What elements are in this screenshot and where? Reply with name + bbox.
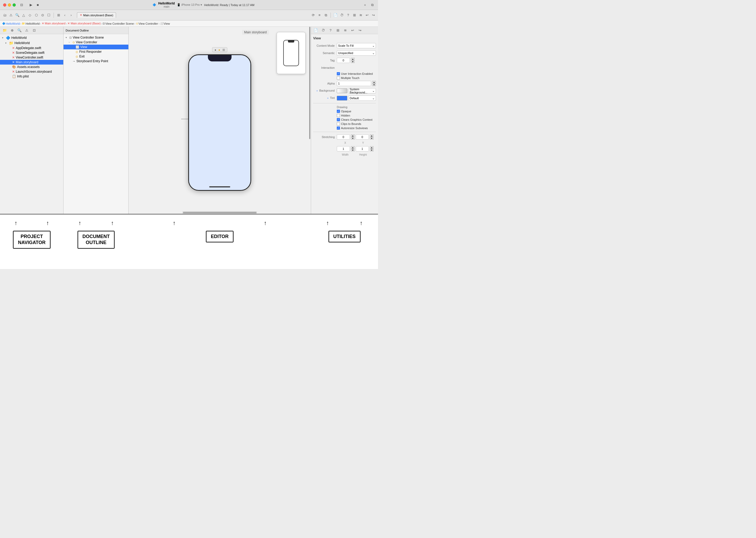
nav-icon-1[interactable]: 🗂 bbox=[2, 13, 7, 18]
vertical-scrollbar[interactable] bbox=[309, 27, 311, 214]
list-item[interactable]: 📋 Info.plist bbox=[0, 74, 63, 79]
main-storyboard-tab[interactable]: ✕ Main.storyboard (Base) bbox=[77, 12, 116, 18]
util-tab-2[interactable]: ⏱ bbox=[320, 28, 326, 33]
list-item[interactable]: ◎ Exit bbox=[64, 54, 128, 59]
util-icon-6[interactable]: ↩ bbox=[364, 13, 370, 18]
tree-item-group[interactable]: ▾ 📁 HelloWorld bbox=[0, 40, 63, 46]
v-scroll-thumb[interactable] bbox=[309, 27, 310, 139]
add-button[interactable]: ＋ bbox=[362, 2, 367, 8]
stretch-y-stepper[interactable]: ▲ ▼ bbox=[370, 134, 374, 139]
minimize-button[interactable] bbox=[8, 3, 11, 7]
list-item[interactable]: ✕ Main.storyboard bbox=[0, 60, 63, 65]
editor-area[interactable]: Main storyboard › ● ● ▦ bbox=[129, 27, 311, 214]
util-icon-2[interactable]: ⏱ bbox=[339, 13, 345, 18]
list-item[interactable]: ✕ SceneDelegate.swift bbox=[0, 50, 63, 55]
back-nav[interactable]: ‹ bbox=[62, 13, 68, 18]
util-icon-1[interactable]: 📄 bbox=[333, 13, 338, 18]
list-item[interactable]: ⬜ View bbox=[64, 45, 128, 49]
opaque-checkbox[interactable] bbox=[337, 110, 340, 113]
width-stepper[interactable]: ▲ ▼ bbox=[351, 146, 354, 151]
search-icon[interactable]: 🔍 bbox=[17, 28, 22, 33]
semantic-select[interactable]: Unspecified ⌄ bbox=[337, 50, 376, 56]
forward-nav[interactable]: › bbox=[69, 13, 74, 18]
layout-toggle-icon[interactable]: ⊞ bbox=[56, 13, 61, 18]
maximize-button[interactable] bbox=[13, 3, 16, 7]
list-item[interactable]: › ⊙ View Controller bbox=[64, 40, 128, 45]
refresh-icon[interactable]: ⟳ bbox=[310, 13, 316, 18]
tree-item-root[interactable]: ▾ 🔷 HelloWorld bbox=[0, 35, 63, 40]
alpha-stepper-down[interactable]: ▼ bbox=[372, 83, 376, 86]
breadcrumb-item-1[interactable]: 🔷 HelloWorld bbox=[2, 22, 20, 25]
nav-icon-6[interactable]: ⬡ bbox=[33, 13, 39, 18]
breadcrumb-item-6[interactable]: ⊙ View Controller bbox=[136, 22, 158, 25]
split-icon[interactable]: ⧉ bbox=[323, 13, 328, 18]
stretch-y-input[interactable]: 0 bbox=[356, 134, 369, 139]
bg-select[interactable]: System Background... ⌄ bbox=[348, 88, 376, 93]
content-mode-select[interactable]: Scale To Fill ⌄ bbox=[337, 43, 376, 48]
sy-down[interactable]: ▼ bbox=[370, 137, 374, 139]
tag-stepper-up[interactable]: ▲ bbox=[351, 58, 354, 60]
tint-swatch[interactable] bbox=[337, 96, 347, 100]
tint-select[interactable]: Default ⌄ bbox=[348, 95, 376, 101]
w-up[interactable]: ▲ bbox=[351, 146, 354, 149]
list-item[interactable]: ✕ LaunchScreen.storyboard bbox=[0, 69, 63, 74]
breadcrumb-item-5[interactable]: ⊡ View Controller Scene bbox=[103, 22, 134, 25]
autoresize-checkbox[interactable] bbox=[337, 127, 340, 130]
bg-swatch[interactable] bbox=[337, 88, 347, 93]
h-up[interactable]: ▲ bbox=[370, 146, 374, 149]
util-tab-7[interactable]: ↪ bbox=[357, 28, 362, 33]
iphone-frame[interactable] bbox=[188, 54, 251, 191]
util-icon-7[interactable]: ↪ bbox=[371, 13, 376, 18]
control-icon-2[interactable]: ● bbox=[218, 48, 220, 51]
width-input[interactable]: 1 bbox=[337, 146, 350, 151]
tag-stepper[interactable]: ▲ ▼ bbox=[351, 58, 354, 63]
filter-icon[interactable]: ⊡ bbox=[31, 28, 37, 33]
hidden-checkbox[interactable] bbox=[337, 114, 340, 117]
breadcrumb-item-7[interactable]: ⬜ View bbox=[160, 22, 170, 25]
nav-icon-4[interactable]: △ bbox=[21, 13, 26, 18]
device-selector[interactable]: 📱 iPhone 13 Pro ▾ bbox=[177, 3, 202, 7]
list-item[interactable]: ✕ ViewController.swift bbox=[0, 55, 63, 60]
git-icon[interactable]: ⊕ bbox=[10, 28, 15, 33]
list-item[interactable]: ◎ First Responder bbox=[64, 49, 128, 54]
breadcrumb-item-4[interactable]: ✕ Main.storyboard (Base) bbox=[68, 22, 100, 25]
alpha-stepper-up[interactable]: ▲ bbox=[372, 81, 376, 83]
util-tab-5[interactable]: ≋ bbox=[343, 28, 348, 33]
nav-icon-8[interactable]: ☐ bbox=[46, 13, 51, 18]
sy-up[interactable]: ▲ bbox=[370, 134, 374, 137]
run-button[interactable]: ▶ bbox=[28, 2, 33, 8]
stop-button[interactable]: ■ bbox=[35, 2, 40, 8]
sidebar-toggle-icon[interactable]: ⊟ bbox=[19, 2, 24, 8]
util-tab-6[interactable]: ↩ bbox=[350, 28, 355, 33]
alpha-stepper[interactable]: ▲ ▼ bbox=[372, 81, 376, 86]
height-stepper[interactable]: ▲ ▼ bbox=[370, 146, 374, 151]
alpha-input[interactable]: 1 bbox=[337, 81, 371, 86]
clips-checkbox[interactable] bbox=[337, 122, 340, 126]
list-item[interactable]: 🎨 Assets.xcassets bbox=[0, 65, 63, 69]
list-item[interactable]: → Storyboard Entry Point bbox=[64, 59, 128, 64]
user-interaction-checkbox[interactable] bbox=[337, 72, 340, 75]
breadcrumb-item-3[interactable]: ✕ Main.storyboard bbox=[42, 22, 66, 25]
util-tab-4[interactable]: ⊞ bbox=[335, 28, 341, 33]
stretch-x-input[interactable]: 0 bbox=[337, 134, 350, 139]
plus-icon-2[interactable]: ＋ bbox=[327, 97, 329, 99]
h-scroll-thumb[interactable] bbox=[183, 212, 256, 213]
height-input[interactable]: 1 bbox=[356, 146, 369, 151]
w-down[interactable]: ▼ bbox=[351, 149, 354, 151]
horizontal-scrollbar[interactable] bbox=[183, 211, 257, 214]
breadcrumb-item-2[interactable]: 📁 HelloWorld bbox=[22, 22, 40, 25]
clears-checkbox[interactable] bbox=[337, 118, 340, 121]
multiple-touch-checkbox[interactable] bbox=[337, 77, 340, 80]
h-down[interactable]: ▼ bbox=[370, 149, 374, 151]
util-icon-3[interactable]: ? bbox=[346, 13, 351, 18]
lines-icon[interactable]: ≡ bbox=[317, 13, 322, 18]
sx-up[interactable]: ▲ bbox=[351, 134, 354, 137]
editor-canvas[interactable]: › ● ● ▦ bbox=[129, 27, 311, 211]
util-tab-3[interactable]: ? bbox=[328, 28, 333, 33]
list-item[interactable]: ✕ AppDelegate.swift bbox=[0, 46, 63, 50]
util-icon-5[interactable]: ≋ bbox=[358, 13, 363, 18]
sx-down[interactable]: ▼ bbox=[351, 137, 354, 139]
nav-icon-3[interactable]: 🔍 bbox=[15, 13, 20, 18]
plus-icon[interactable]: ＋ bbox=[316, 89, 318, 92]
window-toggle-icon[interactable]: ⧉ bbox=[370, 2, 375, 8]
